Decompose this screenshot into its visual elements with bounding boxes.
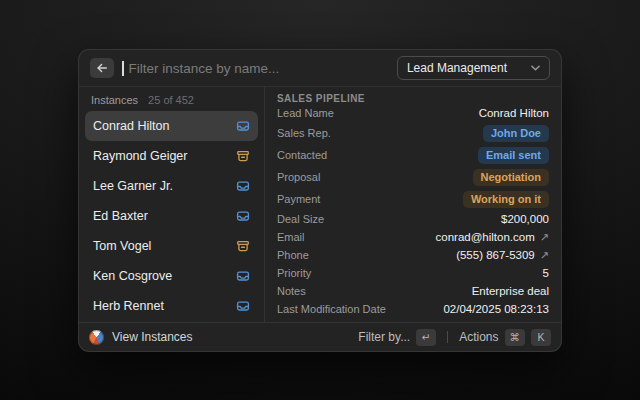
chevron-down-icon	[531, 65, 540, 71]
list-item[interactable]: Raymond Geiger	[85, 141, 258, 171]
back-button[interactable]	[90, 58, 114, 78]
detail-label: Phone	[277, 249, 309, 261]
command-key: ⌘	[505, 329, 526, 346]
inbox-icon	[236, 299, 250, 313]
detail-row: PaymentWorking on it	[277, 188, 549, 210]
detail-label: Last Modification Date	[277, 303, 386, 315]
list-item[interactable]: Ken Cosgrove	[85, 261, 258, 291]
inbox-icon	[236, 179, 250, 193]
detail-value: $200,000	[501, 213, 549, 225]
detail-list: Lead NameConrad HiltonSales Rep.John Doe…	[277, 104, 549, 318]
link-value[interactable]: (555) 867-5309↗	[456, 249, 549, 262]
status-badge: Email sent	[478, 147, 549, 164]
filter-by-button[interactable]: Filter by... ↵	[358, 329, 436, 346]
instance-name: Lee Garner Jr.	[93, 179, 173, 193]
detail-value: 5	[543, 267, 549, 279]
arrow-left-icon	[96, 62, 108, 74]
instance-name: Tom Vogel	[93, 239, 151, 253]
list-header-label: Instances	[91, 94, 138, 106]
detail-label: Lead Name	[277, 107, 334, 119]
status-badge: John Doe	[483, 125, 549, 142]
detail-panel: SALES PIPELINE Lead NameConrad HiltonSal…	[265, 87, 561, 322]
instances-panel: Instances 25 of 452 Conrad HiltonRaymond…	[79, 87, 265, 322]
instance-name: Ken Cosgrove	[93, 269, 172, 283]
detail-label: Payment	[277, 193, 320, 205]
detail-row: Emailconrad@hilton.com↗	[277, 228, 549, 246]
detail-row: ContactedEmail sent	[277, 144, 549, 166]
extension-dropdown[interactable]: Lead Management	[397, 56, 550, 80]
search-input[interactable]	[129, 61, 389, 76]
detail-label: Deal Size	[277, 213, 324, 225]
detail-row: Last Modification Date02/04/2025 08:23:1…	[277, 300, 549, 318]
view-instances-label: View Instances	[112, 330, 193, 344]
archive-icon	[236, 239, 250, 253]
status-badge: Negotiation	[473, 169, 550, 186]
detail-row: NotesEnterprise deal	[277, 282, 549, 300]
detail-label: Priority	[277, 267, 311, 279]
footer-bar: View Instances Filter by... ↵ Actions ⌘ …	[79, 322, 561, 351]
text-caret	[122, 61, 124, 76]
instance-name: Herb Rennet	[93, 299, 164, 313]
detail-value: Enterprise deal	[472, 285, 549, 297]
inbox-icon	[236, 209, 250, 223]
instance-name: Ed Baxter	[93, 209, 148, 223]
detail-label: Sales Rep.	[277, 127, 331, 139]
detail-row: Lead NameConrad Hilton	[277, 104, 549, 122]
instance-list: Conrad HiltonRaymond GeigerLee Garner Jr…	[85, 111, 258, 321]
list-item[interactable]: Tom Vogel	[85, 231, 258, 261]
link-value[interactable]: conrad@hilton.com↗	[436, 231, 549, 244]
inbox-icon	[236, 269, 250, 283]
instance-name: Raymond Geiger	[93, 149, 188, 163]
archive-icon	[236, 149, 250, 163]
detail-row: Sales Rep.John Doe	[277, 122, 549, 144]
filter-by-label: Filter by...	[358, 330, 410, 344]
detail-row: Phone(555) 867-5309↗	[277, 246, 549, 264]
list-item[interactable]: Ed Baxter	[85, 201, 258, 231]
status-badge: Working on it	[463, 191, 549, 208]
detail-value: 02/04/2025 08:23:13	[443, 303, 549, 315]
command-palette-window: Lead Management Instances 25 of 452 Conr…	[78, 49, 562, 352]
detail-row: Priority5	[277, 264, 549, 282]
list-header-count: 25 of 452	[148, 94, 194, 106]
detail-label: Email	[277, 231, 305, 243]
list-item[interactable]: Herb Rennet	[85, 291, 258, 321]
section-title: SALES PIPELINE	[277, 93, 549, 104]
window-body: Instances 25 of 452 Conrad HiltonRaymond…	[79, 87, 561, 322]
dropdown-value: Lead Management	[407, 61, 507, 75]
inbox-icon	[236, 119, 250, 133]
detail-row: ProposalNegotiation	[277, 166, 549, 188]
list-item[interactable]: Lee Garner Jr.	[85, 171, 258, 201]
detail-value: Conrad Hilton	[479, 107, 549, 119]
detail-row: Deal Size$200,000	[277, 210, 549, 228]
list-item[interactable]: Conrad Hilton	[85, 111, 258, 141]
top-bar: Lead Management	[79, 50, 561, 87]
detail-label: Contacted	[277, 149, 327, 161]
return-key: ↵	[416, 329, 436, 346]
detail-label: Notes	[277, 285, 306, 297]
k-key: K	[531, 329, 551, 346]
desktop-background: Lead Management Instances 25 of 452 Conr…	[0, 0, 640, 400]
detail-label: Proposal	[277, 171, 320, 183]
external-link-icon: ↗	[540, 231, 549, 243]
extension-logo-icon	[89, 330, 104, 345]
instance-name: Conrad Hilton	[93, 119, 169, 133]
actions-button[interactable]: Actions ⌘ K	[459, 329, 551, 346]
actions-label: Actions	[459, 330, 498, 344]
external-link-icon: ↗	[540, 249, 549, 261]
footer-divider	[447, 331, 448, 343]
list-header: Instances 25 of 452	[85, 91, 258, 111]
